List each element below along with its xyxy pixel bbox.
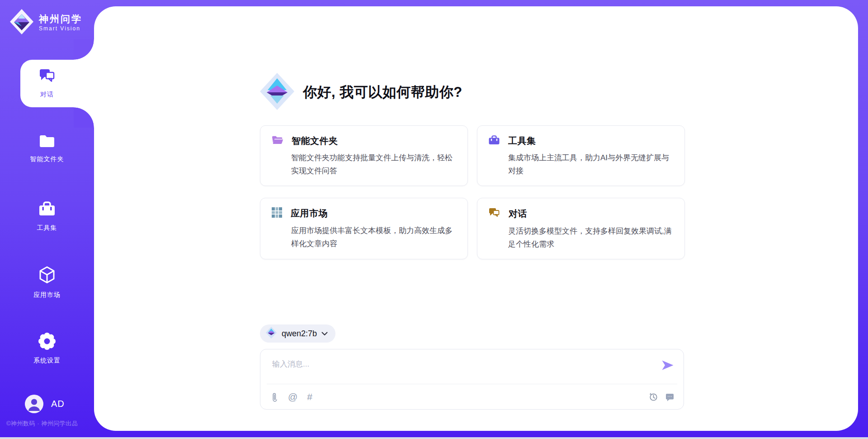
sidebar-item-label: 工具集 [37, 224, 57, 232]
chevron-down-icon [321, 329, 328, 338]
message-composer: @ # [260, 349, 684, 410]
card-description: 应用市场提供丰富长文本模板，助力高效生成多样化文章内容 [291, 224, 457, 250]
feature-cards: 智能文件夹 智能文件夹功能支持批量文件上传与清洗，轻松实现文件问答 工具集 集成… [260, 125, 685, 259]
sidebar-item-folders[interactable]: 智能文件夹 [0, 133, 94, 163]
gear-icon [38, 332, 57, 353]
tab-notch-bottom [74, 107, 94, 128]
folder-open-icon [271, 134, 283, 147]
hash-icon[interactable]: # [307, 392, 312, 401]
model-name: qwen2:7b [282, 329, 317, 339]
window-bottom-edge [0, 437, 868, 439]
history-tools [648, 392, 675, 402]
composer-divider [267, 384, 677, 384]
history-icon[interactable] [648, 392, 658, 402]
sidebar-item-label: 对话 [40, 91, 54, 99]
chat-icon [488, 207, 500, 220]
card-title: 应用市场 [291, 207, 328, 220]
card-title: 智能文件夹 [292, 135, 338, 147]
card-title: 对话 [509, 208, 527, 220]
app-window: 神州问学 Smart Vision 对话 智能文件夹 [0, 0, 868, 439]
sidebar-item-settings[interactable]: 系统设置 [0, 332, 94, 365]
toolbox-icon [38, 200, 57, 220]
attach-tools: @ # [271, 391, 312, 403]
user-account[interactable]: AD [25, 395, 65, 413]
card-description: 集成市场上主流工具，助力AI与外界无缝扩展与对接 [508, 151, 674, 177]
brand-diamond-icon [9, 8, 34, 37]
card-toolset[interactable]: 工具集 集成市场上主流工具，助力AI与外界无缝扩展与对接 [477, 125, 685, 186]
toolbox-icon [488, 134, 500, 147]
diamond-logo-icon [265, 326, 277, 341]
avatar [25, 395, 43, 413]
brand-logo: 神州问学 Smart Vision [9, 8, 82, 37]
card-description: 智能文件夹功能支持批量文件上传与清洗，轻松实现文件问答 [291, 151, 457, 177]
grid-icon [271, 207, 283, 220]
card-description: 灵活切换多模型文件，支持多样回复效果调试,满足个性化需求 [508, 224, 674, 251]
sidebar-item-label: 应用市场 [33, 291, 61, 299]
chat-icon [38, 67, 57, 86]
paperclip-icon[interactable] [271, 391, 278, 403]
sidebar-item-chat[interactable]: 对话 [0, 67, 94, 99]
send-icon[interactable] [661, 359, 675, 372]
message-input[interactable] [271, 356, 657, 372]
greeting-text: 你好, 我可以如何帮助你? [303, 83, 462, 102]
brand-subtitle: Smart Vision [39, 25, 82, 32]
card-app-market[interactable]: 应用市场 应用市场提供丰富长文本模板，助力高效生成多样化文章内容 [260, 198, 468, 259]
card-title: 工具集 [508, 135, 536, 147]
at-icon[interactable]: @ [288, 392, 297, 401]
sidebar-item-market[interactable]: 应用市场 [0, 265, 94, 299]
composer-toolbar: @ # [271, 389, 675, 405]
copyright-footer: ©神州数码 · 神州问学出品 [6, 420, 78, 428]
cube-icon [38, 265, 57, 287]
card-smart-folders[interactable]: 智能文件夹 智能文件夹功能支持批量文件上传与清洗，轻松实现文件问答 [260, 125, 468, 186]
card-chat[interactable]: 对话 灵活切换多模型文件，支持多样回复效果调试,满足个性化需求 [477, 198, 685, 259]
sidebar-item-tools[interactable]: 工具集 [0, 200, 94, 232]
sidebar-item-label: 智能文件夹 [30, 155, 64, 163]
sidebar-item-label: 系统设置 [33, 357, 61, 365]
folder-icon [38, 133, 56, 151]
tab-notch-top [74, 39, 94, 60]
assistant-diamond-icon [259, 72, 296, 113]
brand-title: 神州问学 [39, 14, 82, 24]
chat-square-icon[interactable] [665, 392, 675, 402]
greeting-header: 你好, 我可以如何帮助你? [259, 72, 462, 112]
user-initials: AD [51, 399, 65, 409]
model-selector[interactable]: qwen2:7b [260, 324, 335, 343]
